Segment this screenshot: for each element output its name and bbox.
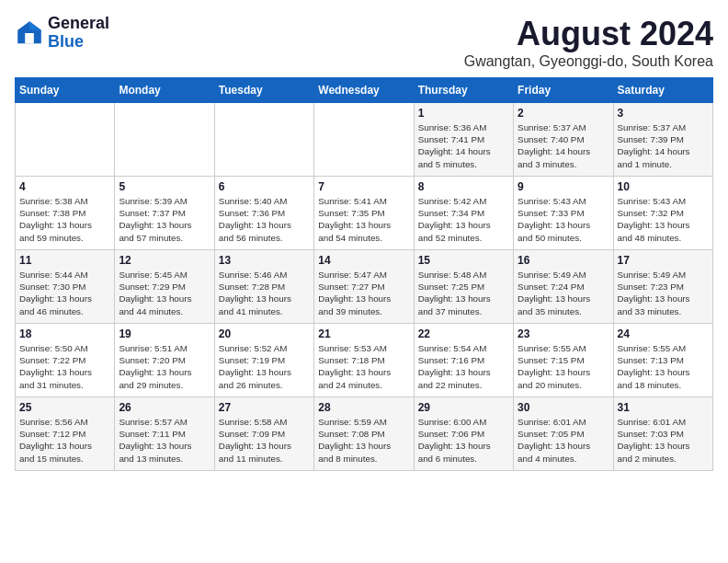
svg-marker-1: [29, 21, 41, 30]
calendar-cell: 1Sunrise: 5:36 AMSunset: 7:41 PMDaylight…: [414, 103, 513, 177]
day-info: Sunrise: 5:55 AMSunset: 7:15 PMDaylight:…: [518, 342, 609, 391]
calendar-cell: 18Sunrise: 5:50 AMSunset: 7:22 PMDayligh…: [16, 324, 115, 397]
day-number: 14: [318, 254, 409, 267]
calendar-cell: 6Sunrise: 5:40 AMSunset: 7:36 PMDaylight…: [214, 177, 313, 250]
day-header-thursday: Thursday: [414, 78, 513, 103]
day-info: Sunrise: 5:52 AMSunset: 7:19 PMDaylight:…: [219, 342, 310, 391]
day-info: Sunrise: 6:01 AMSunset: 7:05 PMDaylight:…: [518, 416, 609, 465]
day-number: 15: [418, 254, 509, 267]
day-number: 10: [618, 180, 709, 193]
day-header-saturday: Saturday: [613, 78, 712, 103]
day-info: Sunrise: 5:53 AMSunset: 7:18 PMDaylight:…: [318, 342, 409, 391]
day-number: 30: [518, 401, 609, 414]
day-number: 11: [19, 254, 110, 267]
day-info: Sunrise: 5:49 AMSunset: 7:24 PMDaylight:…: [518, 269, 609, 317]
day-info: Sunrise: 5:41 AMSunset: 7:35 PMDaylight:…: [318, 195, 409, 244]
day-number: 8: [418, 180, 509, 193]
day-number: 9: [518, 180, 609, 193]
day-number: 25: [19, 401, 110, 414]
calendar-cell: 30Sunrise: 6:01 AMSunset: 7:05 PMDayligh…: [514, 397, 613, 471]
calendar-cell: 28Sunrise: 5:59 AMSunset: 7:08 PMDayligh…: [314, 397, 414, 471]
day-number: 26: [119, 401, 210, 414]
day-info: Sunrise: 5:55 AMSunset: 7:13 PMDaylight:…: [618, 342, 709, 391]
title-block: August 2024 Gwangtan, Gyeonggi-do, South…: [464, 15, 713, 70]
calendar-week-row: 25Sunrise: 5:56 AMSunset: 7:12 PMDayligh…: [16, 397, 713, 471]
calendar-cell: 11Sunrise: 5:44 AMSunset: 7:30 PMDayligh…: [16, 250, 115, 324]
day-info: Sunrise: 5:42 AMSunset: 7:34 PMDaylight:…: [418, 195, 509, 244]
day-info: Sunrise: 5:40 AMSunset: 7:36 PMDaylight:…: [219, 195, 310, 244]
calendar-cell: 16Sunrise: 5:49 AMSunset: 7:24 PMDayligh…: [514, 250, 613, 324]
day-info: Sunrise: 6:01 AMSunset: 7:03 PMDaylight:…: [618, 416, 709, 465]
calendar-cell: 7Sunrise: 5:41 AMSunset: 7:35 PMDaylight…: [314, 177, 414, 250]
calendar-cell: 9Sunrise: 5:43 AMSunset: 7:33 PMDaylight…: [514, 177, 613, 250]
day-info: Sunrise: 5:48 AMSunset: 7:25 PMDaylight:…: [418, 269, 509, 317]
calendar-cell: 25Sunrise: 5:56 AMSunset: 7:12 PMDayligh…: [16, 397, 115, 471]
calendar-cell: 21Sunrise: 5:53 AMSunset: 7:18 PMDayligh…: [314, 324, 414, 397]
day-info: Sunrise: 5:49 AMSunset: 7:23 PMDaylight:…: [618, 269, 709, 317]
day-number: 23: [518, 327, 609, 340]
day-number: 21: [318, 327, 409, 340]
day-info: Sunrise: 5:44 AMSunset: 7:30 PMDaylight:…: [19, 269, 110, 317]
calendar-cell: 15Sunrise: 5:48 AMSunset: 7:25 PMDayligh…: [414, 250, 513, 324]
day-info: Sunrise: 5:45 AMSunset: 7:29 PMDaylight:…: [119, 269, 210, 317]
day-number: 6: [219, 180, 310, 193]
day-header-sunday: Sunday: [16, 78, 115, 103]
day-info: Sunrise: 5:43 AMSunset: 7:33 PMDaylight:…: [518, 195, 609, 244]
calendar-cell: [16, 103, 115, 177]
page-header: General Blue August 2024 Gwangtan, Gyeon…: [15, 15, 713, 70]
day-number: 29: [418, 401, 509, 414]
calendar-cell: 19Sunrise: 5:51 AMSunset: 7:20 PMDayligh…: [115, 324, 214, 397]
day-number: 2: [518, 107, 609, 120]
day-info: Sunrise: 5:51 AMSunset: 7:20 PMDaylight:…: [119, 342, 210, 391]
calendar-cell: 13Sunrise: 5:46 AMSunset: 7:28 PMDayligh…: [214, 250, 313, 324]
day-number: 4: [19, 180, 110, 193]
day-info: Sunrise: 5:57 AMSunset: 7:11 PMDaylight:…: [119, 416, 210, 465]
calendar-week-row: 18Sunrise: 5:50 AMSunset: 7:22 PMDayligh…: [16, 324, 713, 397]
day-number: 5: [119, 180, 210, 193]
logo-icon: [15, 18, 44, 48]
day-number: 7: [318, 180, 409, 193]
day-header-wednesday: Wednesday: [314, 78, 414, 103]
day-number: 3: [618, 107, 709, 120]
calendar-week-row: 11Sunrise: 5:44 AMSunset: 7:30 PMDayligh…: [16, 250, 713, 324]
day-info: Sunrise: 5:37 AMSunset: 7:40 PMDaylight:…: [518, 121, 609, 170]
calendar-cell: 26Sunrise: 5:57 AMSunset: 7:11 PMDayligh…: [115, 397, 214, 471]
day-number: 22: [418, 327, 509, 340]
calendar-cell: 4Sunrise: 5:38 AMSunset: 7:38 PMDaylight…: [16, 177, 115, 250]
calendar-cell: 22Sunrise: 5:54 AMSunset: 7:16 PMDayligh…: [414, 324, 513, 397]
day-number: 28: [318, 401, 409, 414]
calendar-week-row: 4Sunrise: 5:38 AMSunset: 7:38 PMDaylight…: [16, 177, 713, 250]
day-info: Sunrise: 5:38 AMSunset: 7:38 PMDaylight:…: [19, 195, 110, 244]
day-info: Sunrise: 5:56 AMSunset: 7:12 PMDaylight:…: [19, 416, 110, 465]
day-header-tuesday: Tuesday: [214, 78, 313, 103]
day-number: 27: [219, 401, 310, 414]
day-header-friday: Friday: [514, 78, 613, 103]
day-info: Sunrise: 5:59 AMSunset: 7:08 PMDaylight:…: [318, 416, 409, 465]
calendar-cell: 20Sunrise: 5:52 AMSunset: 7:19 PMDayligh…: [214, 324, 313, 397]
calendar-cell: 8Sunrise: 5:42 AMSunset: 7:34 PMDaylight…: [414, 177, 513, 250]
day-number: 19: [119, 327, 210, 340]
calendar-cell: 31Sunrise: 6:01 AMSunset: 7:03 PMDayligh…: [613, 397, 712, 471]
calendar-cell: 17Sunrise: 5:49 AMSunset: 7:23 PMDayligh…: [613, 250, 712, 324]
calendar-cell: 27Sunrise: 5:58 AMSunset: 7:09 PMDayligh…: [214, 397, 313, 471]
day-header-monday: Monday: [115, 78, 214, 103]
calendar-cell: 29Sunrise: 6:00 AMSunset: 7:06 PMDayligh…: [414, 397, 513, 471]
day-info: Sunrise: 5:46 AMSunset: 7:28 PMDaylight:…: [219, 269, 310, 317]
day-info: Sunrise: 5:37 AMSunset: 7:39 PMDaylight:…: [618, 121, 709, 170]
calendar-week-row: 1Sunrise: 5:36 AMSunset: 7:41 PMDaylight…: [16, 103, 713, 177]
svg-rect-2: [25, 33, 34, 43]
calendar-cell: 10Sunrise: 5:43 AMSunset: 7:32 PMDayligh…: [613, 177, 712, 250]
day-info: Sunrise: 5:36 AMSunset: 7:41 PMDaylight:…: [418, 121, 509, 170]
calendar-cell: 5Sunrise: 5:39 AMSunset: 7:37 PMDaylight…: [115, 177, 214, 250]
calendar-cell: [314, 103, 414, 177]
calendar-cell: 23Sunrise: 5:55 AMSunset: 7:15 PMDayligh…: [514, 324, 613, 397]
day-info: Sunrise: 5:58 AMSunset: 7:09 PMDaylight:…: [219, 416, 310, 465]
day-number: 13: [219, 254, 310, 267]
calendar-cell: [115, 103, 214, 177]
calendar-cell: 12Sunrise: 5:45 AMSunset: 7:29 PMDayligh…: [115, 250, 214, 324]
month-year: August 2024: [464, 15, 713, 53]
day-info: Sunrise: 5:39 AMSunset: 7:37 PMDaylight:…: [119, 195, 210, 244]
day-info: Sunrise: 5:54 AMSunset: 7:16 PMDaylight:…: [418, 342, 509, 391]
day-number: 1: [418, 107, 509, 120]
day-number: 17: [618, 254, 709, 267]
